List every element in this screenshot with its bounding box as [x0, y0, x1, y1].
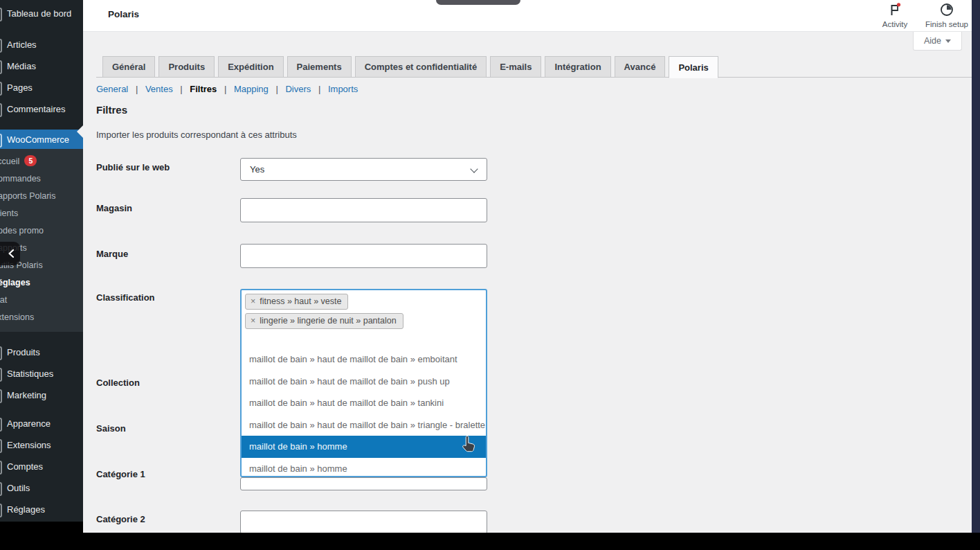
published-label: Publié sur le web	[96, 162, 170, 172]
settings-tab[interactable]: Général	[102, 56, 155, 78]
settings-tab[interactable]: Produits	[158, 56, 215, 78]
settings-tabs: Général Produits Expédition Paiements Co…	[102, 56, 718, 78]
sidebar-item[interactable]: Marketing	[0, 384, 83, 406]
sidebar-item[interactable]: Apparence	[0, 413, 83, 434]
categorie2-input[interactable]	[240, 511, 487, 534]
marque-input[interactable]	[240, 244, 487, 268]
settings-tab[interactable]: Intégration	[545, 56, 610, 78]
settings-tab[interactable]: Avancé	[615, 56, 666, 78]
dropdown-option[interactable]: maillot de bain » haut de maillot de bai…	[242, 414, 486, 436]
sidebar-item[interactable]: Statistiques	[0, 363, 83, 384]
settings-tab[interactable]: Paiements	[287, 56, 352, 78]
subnav-link-label: Mapping	[234, 84, 269, 94]
dropdown-option[interactable]: maillot de bain » haut de maillot de bai…	[242, 392, 486, 414]
setup-progress-icon	[940, 3, 954, 19]
dropdown-option[interactable]: maillot de bain » homme	[242, 458, 486, 478]
sidebar-item-label: Pages	[7, 82, 33, 93]
submenu-item[interactable]: Réglages	[0, 274, 83, 292]
settings-tab[interactable]: Comptes et confidentialité	[355, 56, 487, 78]
submenu-item[interactable]: Clients	[0, 205, 83, 222]
sidebar-item-label: Apparence	[7, 418, 51, 429]
sidebar-item[interactable]: Médias	[0, 55, 83, 77]
submenu-item[interactable]: Commandes	[0, 170, 83, 188]
tab-label: Avancé	[624, 62, 656, 72]
dropdown-option[interactable]: maillot de bain » homme	[242, 436, 486, 458]
sidebar-item[interactable]: Comptes	[0, 456, 83, 477]
dropdown-option[interactable]: maillot de bain » haut de maillot de bai…	[242, 371, 486, 393]
background-window-strip	[972, 0, 980, 533]
dropdown-option[interactable]: maillot de bain » haut de maillot de bai…	[242, 348, 486, 371]
subnav-link-label: Imports	[328, 84, 358, 94]
settings-tab[interactable]: Polaris	[669, 56, 718, 78]
activity-button[interactable]: Activity	[875, 3, 915, 28]
submenu-item[interactable]: Extensions	[0, 309, 83, 326]
back-button[interactable]	[0, 242, 20, 265]
submenu-item[interactable]: Accueil5	[0, 153, 83, 170]
sidebar-item[interactable]: Outils	[0, 477, 83, 499]
submenu-item[interactable]: Codes promo	[0, 222, 83, 240]
settings-tab[interactable]: Expédition	[218, 56, 283, 78]
sidebar-item[interactable]: Commentaires	[0, 98, 83, 120]
page-title: Polaris	[108, 9, 139, 19]
submenu-item-label: État	[0, 295, 7, 305]
subnav-link[interactable]: Divers	[283, 84, 325, 94]
sidebar-item[interactable]: Pages	[0, 77, 83, 98]
menu-item-icon	[0, 461, 2, 474]
subnav-link[interactable]: Imports	[325, 84, 358, 94]
selected-tag[interactable]: × lingerie » lingerie de nuit » pantalon	[245, 313, 403, 329]
sidebar-item[interactable]: Produits	[0, 341, 83, 363]
settings-tab[interactable]: E-mails	[490, 56, 541, 78]
finish-setup-button[interactable]: Finish setup	[918, 3, 976, 28]
magasin-input[interactable]	[240, 198, 487, 222]
menu-item-icon	[0, 418, 2, 432]
help-button[interactable]: Aide	[913, 32, 962, 51]
sidebar-item-woocommerce[interactable]: WooCommerce	[0, 130, 83, 149]
dropdown-option-label: maillot de bain » homme	[249, 463, 347, 474]
subnav-link[interactable]: Mapping	[231, 84, 283, 94]
tab-label: Polaris	[678, 62, 708, 73]
menu-item-icon	[0, 439, 2, 453]
menu-item-icon	[0, 368, 2, 382]
submenu-item[interactable]: État	[0, 292, 83, 309]
published-select[interactable]: Yes	[240, 158, 487, 181]
menu-item-icon	[0, 482, 2, 496]
dropdown-option-label: maillot de bain » haut de maillot de bai…	[249, 398, 444, 408]
classification-options: maillot de bain » haut de maillot de bai…	[242, 348, 486, 477]
collection-label: Collection	[96, 378, 140, 388]
sidebar-item[interactable]: Tableau de bord	[0, 3, 83, 24]
submenu-item-label: Codes promo	[0, 226, 44, 236]
sidebar-item[interactable]: Réglages	[0, 499, 83, 520]
classification-tags: × fitness » haut » veste × lingerie » li…	[242, 290, 486, 329]
section-description: Importer les produits correspondant à ce…	[96, 130, 297, 140]
menu-item-icon	[0, 8, 2, 21]
woocommerce-submenu: Accueil5 Commandes Rapports Polaris Clie…	[0, 149, 83, 332]
menu-item-icon	[0, 39, 2, 53]
sidebar-item[interactable]: Extensions	[0, 434, 83, 456]
subnav-link[interactable]: Filtres	[188, 84, 232, 94]
activity-flag-icon	[888, 3, 902, 19]
subnav-link-label: General	[96, 84, 128, 94]
remove-tag-icon[interactable]: ×	[251, 296, 255, 306]
sidebar-item-label: Statistiques	[7, 369, 53, 379]
sidebar-item-label: Réglages	[7, 504, 45, 515]
selected-tag-label: fitness » haut » veste	[260, 296, 341, 306]
magasin-label: Magasin	[96, 203, 132, 213]
subnav-link[interactable]: Ventes	[143, 84, 187, 94]
sidebar-item-label: Comptes	[7, 461, 43, 472]
sidebar-item[interactable]: Articles	[0, 34, 83, 55]
submenu-item[interactable]: Rapports Polaris	[0, 188, 83, 205]
categorie2-label: Catégorie 2	[96, 514, 145, 524]
selected-tag-label: lingerie » lingerie de nuit » pantalon	[260, 316, 396, 326]
classification-multiselect[interactable]: × fitness » haut » veste × lingerie » li…	[240, 289, 487, 477]
subnav-link-label: Ventes	[145, 84, 173, 94]
menu-item-icon	[0, 389, 2, 403]
categorie1-input[interactable]	[240, 477, 487, 490]
menu-item-icon	[0, 504, 2, 517]
selected-tag[interactable]: × fitness » haut » veste	[245, 294, 348, 310]
tab-label: Expédition	[228, 62, 273, 72]
menu-item-icon	[0, 60, 2, 74]
remove-tag-icon[interactable]: ×	[251, 316, 255, 326]
subnav-link[interactable]: General	[96, 84, 143, 94]
letterbox-bottom-bar	[0, 533, 980, 550]
subnav-link-label: Divers	[285, 84, 311, 94]
